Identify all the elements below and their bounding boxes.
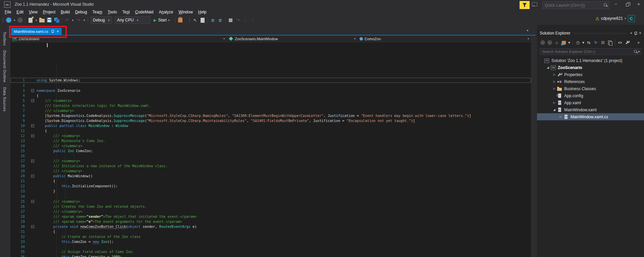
solution-configuration-combo[interactable]: Debug ▾ (91, 16, 112, 24)
tree-item[interactable]: ▷References (537, 78, 644, 85)
expander-icon[interactable]: ◢ (552, 108, 557, 111)
code-line[interactable]: 31 { (10, 229, 531, 234)
code-line[interactable]: 32 // Create an instance of the Zoo clas… (10, 234, 531, 239)
code-line[interactable]: 13 /// Minnesota's Como Zoo. (10, 138, 531, 143)
fold-collapse-icon[interactable]: − (31, 124, 34, 127)
step-out-button[interactable]: ↑ (250, 16, 256, 24)
properties-button[interactable] (624, 39, 630, 46)
code-line[interactable]: 24 (10, 194, 531, 199)
uncomment-lines-button[interactable]: ≣ (217, 16, 224, 24)
code-line[interactable]: 11 { (10, 128, 531, 133)
save-all-button[interactable] (53, 16, 60, 24)
undo-button[interactable]: ↶ (64, 16, 70, 24)
code-line[interactable]: 27 /// </summary> (10, 209, 531, 214)
code-line[interactable]: 33 this.ComoZoo = new Zoo(); (10, 239, 531, 244)
code-area[interactable]: 1using System.Windows;23−namespace ZooSc… (10, 43, 531, 257)
navigate-forward-button[interactable]: → (17, 16, 23, 24)
save-button[interactable] (46, 16, 53, 24)
panel-options-dropdown-icon[interactable]: ▾ (630, 31, 632, 35)
maximize-button[interactable] (623, 1, 632, 8)
menu-item-project[interactable]: Project (40, 9, 58, 15)
comment-lines-button[interactable]: ≣ (210, 16, 216, 24)
switch-views-button[interactable] (560, 39, 567, 46)
new-file-dropdown[interactable]: ▾ (35, 16, 38, 24)
expander-icon[interactable]: ▷ (552, 87, 557, 90)
code-line[interactable]: 34 (10, 244, 531, 249)
preview-selected-items-button[interactable] (607, 39, 613, 46)
code-line[interactable]: 29 /// <param name="e">The event argumen… (10, 219, 531, 224)
quick-launch-input[interactable] (544, 3, 603, 8)
tree-item[interactable]: ◢ZooScenario (537, 64, 644, 71)
tree-item[interactable]: App.config (537, 92, 644, 99)
code-line[interactable]: 19 /// </summary> (10, 169, 531, 174)
member-dropdown[interactable]: ComoZoo ▾ (358, 36, 531, 42)
code-line[interactable]: 15 public Zoo ComoZoo; (10, 148, 531, 153)
collapse-all-button[interactable]: ⊟ (600, 39, 606, 46)
solution-platform-combo[interactable]: Any CPU ▾ (115, 16, 150, 24)
find-in-file-button[interactable] (199, 16, 206, 24)
tree-item[interactable]: ▷Business Classes (537, 85, 644, 92)
refresh-button[interactable]: ↻ (593, 39, 599, 46)
code-line[interactable]: 7 /// </summary> (10, 108, 531, 113)
attach-to-process-button[interactable] (177, 16, 184, 24)
switch-views-dropdown[interactable]: ▾ (568, 39, 571, 46)
pending-changes-filter-button[interactable]: ◷ (575, 39, 581, 46)
code-line[interactable]: 8 [System.Diagnostics.CodeAnalysis.Suppr… (10, 113, 531, 118)
tree-item[interactable]: Solution 'Zoo 1.1 Hernandez' (1 project) (537, 57, 644, 64)
code-line[interactable]: 5− /// <summary> (10, 98, 531, 103)
menu-item-help[interactable]: Help (196, 9, 209, 15)
code-line[interactable]: 4{ (10, 93, 531, 98)
tree-item[interactable]: ▷MainWindow.xaml.cs (537, 113, 644, 120)
undo-dropdown[interactable]: ▾ (71, 16, 74, 24)
code-line[interactable]: 3−namespace ZooScenario (10, 88, 531, 93)
bookmark-button[interactable] (227, 16, 234, 24)
menu-item-build[interactable]: Build (58, 9, 72, 15)
start-debugging-button[interactable]: ▶ Start ▾ (154, 18, 172, 22)
home-button[interactable]: ⌂ (553, 39, 560, 46)
side-tab-data-sources[interactable]: Data Sources (3, 87, 7, 112)
code-line[interactable]: 1using System.Windows; (10, 78, 531, 83)
search-options-dropdown-icon[interactable]: ▾ (638, 50, 640, 53)
view-code-button[interactable]: <> (617, 39, 623, 46)
menu-item-file[interactable]: File (2, 9, 14, 15)
menu-item-window[interactable]: Window (176, 9, 196, 15)
side-tab-document-outline[interactable]: Document Outline (3, 50, 7, 82)
back-button[interactable]: → (539, 39, 546, 46)
menu-item-codemaid[interactable]: CodeMaid (132, 9, 156, 15)
tree-item[interactable]: ◢MainWindow.xaml (537, 106, 644, 113)
fold-collapse-icon[interactable]: − (31, 159, 34, 163)
menu-item-team[interactable]: Team (90, 9, 105, 15)
code-line[interactable]: 12− /// <summary> (10, 133, 531, 138)
project-dropdown[interactable]: C# ZooScenario ▾ (10, 36, 227, 42)
fold-collapse-icon[interactable]: − (31, 99, 34, 102)
fold-collapse-icon[interactable]: − (31, 175, 34, 178)
code-line[interactable]: 26 /// Creates the Como Zoo and related … (10, 204, 531, 209)
code-line[interactable]: 30− private void newComoZooButton_Click(… (10, 224, 531, 229)
tree-item[interactable]: ▷Properties (537, 71, 644, 78)
toolbar-overflow-icon[interactable]: » (635, 39, 642, 46)
menu-item-view[interactable]: View (26, 9, 40, 15)
sync-with-active-document-button[interactable]: ⇆ (586, 39, 592, 46)
fold-collapse-icon[interactable]: − (31, 225, 34, 228)
forward-button[interactable]: → (546, 39, 553, 46)
code-line[interactable]: 14 /// </summary> (10, 143, 531, 148)
document-tab[interactable]: MainWindow.xaml.cs × (11, 28, 62, 35)
panel-pin-icon[interactable] (634, 31, 637, 35)
code-line[interactable]: 17− /// <summary> (10, 158, 531, 164)
code-line[interactable]: 20− public MainWindow() (10, 174, 531, 179)
fold-collapse-icon[interactable]: − (31, 89, 34, 92)
menu-item-test[interactable]: Test (120, 9, 132, 15)
code-line[interactable]: 16 (10, 153, 531, 158)
menu-item-edit[interactable]: Edit (14, 9, 26, 15)
minimize-button[interactable]: − (611, 1, 621, 8)
toolbar-grip[interactable] (189, 17, 191, 23)
code-line[interactable]: 2 (10, 83, 531, 88)
tree-item[interactable]: ▷App.xaml (537, 99, 644, 106)
navigate-back-dropdown[interactable]: ▾ (13, 16, 16, 24)
selection-pointer-button[interactable]: ↖ (192, 16, 199, 24)
menu-item-debug[interactable]: Debug (72, 9, 90, 15)
expander-icon[interactable]: ▷ (552, 80, 557, 83)
tab-close-icon[interactable]: × (57, 30, 59, 33)
code-line[interactable]: 9 [System.Diagnostics.CodeAnalysis.Suppr… (10, 118, 531, 123)
solution-explorer-search-input[interactable] (541, 49, 634, 54)
